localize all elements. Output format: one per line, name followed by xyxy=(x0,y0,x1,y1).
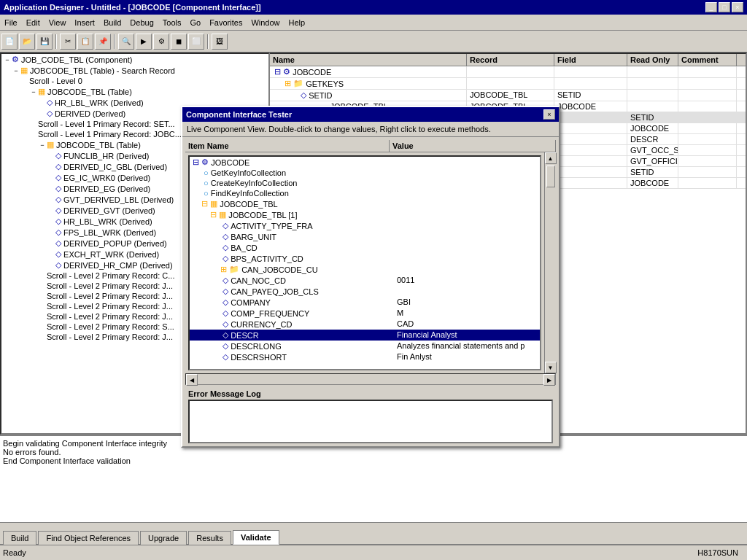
modal-row-2[interactable]: ○ CreateKeyInfoCollection xyxy=(190,178,540,188)
col-readonly-header: Read Only xyxy=(627,54,678,66)
status-bar: Ready H8170SUN xyxy=(0,544,747,560)
menu-bar: File Edit View Insert Build Debug Tools … xyxy=(0,15,747,31)
scroll-thumb[interactable] xyxy=(546,166,555,187)
modal-row-9[interactable]: ◇ BPS_ACTIVITY_CD xyxy=(190,253,540,264)
toolbar-copy[interactable]: 📋 xyxy=(77,34,93,50)
oi-row-1[interactable]: ⊞ 📁 GETKEYS xyxy=(270,78,746,90)
tab-upgrade[interactable]: Upgrade xyxy=(140,531,187,545)
status-left: Ready xyxy=(3,548,697,557)
right-panel-header: Name Record Field Read Only Comment xyxy=(270,54,746,66)
tab-build[interactable]: Build xyxy=(3,531,36,545)
col-field-header: Field xyxy=(554,54,627,66)
modal-row-18[interactable]: ◇ DESCRSHORT Fin Anlyst xyxy=(190,351,540,362)
error-log-container: Error Message Log xyxy=(185,388,556,443)
menu-edit[interactable]: Edit xyxy=(22,17,44,28)
toolbar-sep-3 xyxy=(207,34,209,49)
hscroll-right-button[interactable]: ▶ xyxy=(543,374,555,386)
modal-col-header: Item Name Value xyxy=(185,140,556,152)
menu-insert[interactable]: Insert xyxy=(70,17,99,28)
tree-item-2[interactable]: Scroll - Level 0 xyxy=(1,76,268,86)
modal-row-17[interactable]: ◇ DESCRLONG Analyzes financial statement… xyxy=(190,341,540,351)
toolbar-btn-8[interactable]: 🖼 xyxy=(212,34,228,50)
menu-go[interactable]: Go xyxy=(185,17,205,28)
tab-validate[interactable]: Validate xyxy=(233,530,279,545)
menu-help[interactable]: Help xyxy=(285,17,310,28)
modal-col-item-name: Item Name xyxy=(185,140,390,152)
toolbar-sep-1 xyxy=(55,34,57,49)
toolbar-new[interactable]: 📄 xyxy=(1,34,18,50)
modal-tree-container: ⊟ ⚙ JOBCODE ○ GetKeyInfoCollection ○ Cre… xyxy=(185,152,556,373)
modal-row-10[interactable]: ⊞ 📁 CAN_JOBCODE_CU xyxy=(190,264,540,275)
tab-bar: Build Find Object References Upgrade Res… xyxy=(0,522,747,544)
tree-item-0[interactable]: − ⚙ JOB_CODE_TBL (Component) xyxy=(1,54,268,65)
expand-icon[interactable]: − xyxy=(12,67,20,74)
modal-row-8[interactable]: ◇ BA_CD xyxy=(190,242,540,253)
modal-info-text: Live Component View. Double-click to cha… xyxy=(182,122,559,137)
toolbar-cut[interactable]: ✂ xyxy=(60,34,76,50)
minimize-button[interactable]: _ xyxy=(705,2,717,12)
modal-row-16[interactable]: ◇ DESCR Financial Analyst xyxy=(190,330,540,341)
menu-favorites[interactable]: Favorites xyxy=(205,17,247,28)
menu-window[interactable]: Window xyxy=(247,17,284,28)
toolbar-sep-2 xyxy=(114,34,115,49)
modal-row-5[interactable]: ⊟ ▦ JOBCODE_TBL [1] xyxy=(190,209,540,220)
toolbar-run[interactable]: ▶ xyxy=(136,34,152,50)
toolbar-btn-6[interactable]: ◼ xyxy=(171,34,187,50)
toolbar-btn-7[interactable]: ⬜ xyxy=(188,34,204,50)
modal-row-1[interactable]: ○ GetKeyInfoCollection xyxy=(190,168,540,178)
log-line-2: No errors found. xyxy=(3,448,744,456)
modal-col-value: Value xyxy=(390,140,556,152)
hscroll-left-button[interactable]: ◀ xyxy=(186,374,198,386)
maximize-button[interactable]: □ xyxy=(719,2,730,12)
toolbar: 📄 📂 💾 ✂ 📋 📌 🔍 ▶ ⚙ ◼ ⬜ 🖼 xyxy=(0,31,747,52)
title-bar: Application Designer - Untitled - [JOBCO… xyxy=(0,0,747,15)
expand-icon[interactable]: − xyxy=(3,56,12,63)
modal-row-7[interactable]: ◇ BARG_UNIT xyxy=(190,231,540,242)
error-log-label: Error Message Log xyxy=(185,388,556,400)
window-title: Application Designer - Untitled - [JOBCO… xyxy=(4,3,261,12)
tab-find-object-references[interactable]: Find Object References xyxy=(38,531,139,545)
log-line-3: End Component Interface validation xyxy=(3,456,744,465)
modal-scrollbar[interactable]: ▲ ▼ xyxy=(544,152,556,373)
close-button[interactable]: × xyxy=(732,2,743,12)
toolbar-save[interactable]: 💾 xyxy=(36,34,53,50)
modal-row-11[interactable]: ◇ CAN_NOC_CD 0011 xyxy=(190,275,540,286)
tree-item-1[interactable]: − ▦ JOBCODE_TBL (Table) - Search Record xyxy=(1,65,268,76)
scroll-down-button[interactable]: ▼ xyxy=(545,362,557,373)
oi-row-2[interactable]: ◇ SETID JOBCODE_TBL SETID xyxy=(270,90,746,101)
component-interface-tester-dialog: Component Interface Tester × Live Compon… xyxy=(181,106,560,448)
scroll-up-button[interactable]: ▲ xyxy=(545,152,557,164)
menu-tools[interactable]: Tools xyxy=(158,17,186,28)
modal-title-bar: Component Interface Tester × xyxy=(182,107,559,122)
menu-build[interactable]: Build xyxy=(99,17,125,28)
modal-tree-area[interactable]: ⊟ ⚙ JOBCODE ○ GetKeyInfoCollection ○ Cre… xyxy=(188,155,541,370)
modal-row-3[interactable]: ○ FindKeyInfoCollection xyxy=(190,188,540,198)
tree-item-3[interactable]: − ▦ JOBCODE_TBL (Table) xyxy=(1,86,268,97)
menu-file[interactable]: File xyxy=(0,17,22,28)
toolbar-paste[interactable]: 📌 xyxy=(95,34,111,50)
toolbar-find[interactable]: 🔍 xyxy=(118,34,134,50)
menu-view[interactable]: View xyxy=(44,17,71,28)
bottom-log-area: Begin validating Component Interface int… xyxy=(0,435,747,522)
modal-title-text: Component Interface Tester xyxy=(186,110,292,119)
menu-debug[interactable]: Debug xyxy=(125,17,158,28)
toolbar-open[interactable]: 📂 xyxy=(19,34,35,50)
modal-row-4[interactable]: ⊟ ▦ JOBCODE_TBL xyxy=(190,198,540,209)
modal-row-12[interactable]: ◇ CAN_PAYEQ_JOB_CLS xyxy=(190,286,540,297)
tab-results[interactable]: Results xyxy=(188,531,231,545)
modal-hscrollbar[interactable]: ◀ ▶ xyxy=(185,373,556,385)
oi-row-0[interactable]: ⊟ ⚙ JOBCODE xyxy=(270,66,746,78)
toolbar-btn-5[interactable]: ⚙ xyxy=(153,34,169,50)
modal-row-6[interactable]: ◇ ACTIVITY_TYPE_FRA xyxy=(190,220,540,231)
col-comment-header: Comment xyxy=(678,54,737,66)
status-right: H8170SUN xyxy=(697,548,744,557)
col-record-header: Record xyxy=(467,54,554,66)
error-log-content xyxy=(188,400,553,443)
modal-row-0[interactable]: ⊟ ⚙ JOBCODE xyxy=(190,157,540,168)
modal-row-15[interactable]: ◇ CURRENCY_CD CAD xyxy=(190,319,540,330)
modal-row-14[interactable]: ◇ COMP_FREQUENCY M xyxy=(190,308,540,319)
modal-close-button[interactable]: × xyxy=(543,109,555,120)
title-bar-buttons: _ □ × xyxy=(705,2,743,12)
modal-row-13[interactable]: ◇ COMPANY GBI xyxy=(190,297,540,308)
col-name-header: Name xyxy=(270,54,467,66)
